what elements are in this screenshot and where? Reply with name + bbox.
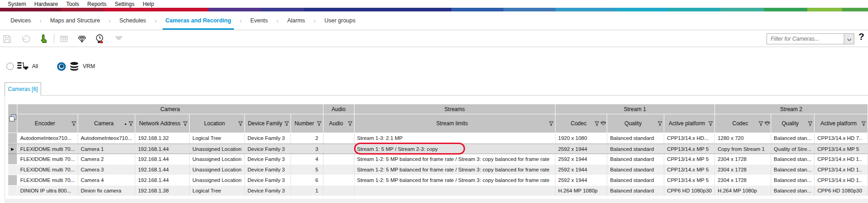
cell-quality-0[interactable]: Balanced standard <box>607 133 664 144</box>
cell-camera-0[interactable]: AutodomeInteox710... <box>78 133 136 144</box>
filter-funnel-icon[interactable] <box>317 121 322 126</box>
radio-button[interactable] <box>57 62 66 71</box>
row-indicator[interactable] <box>8 186 17 196</box>
cell-camera-2[interactable]: Camera 2 <box>78 154 136 165</box>
cell-codec-2[interactable]: 2304 x 1728 <box>715 154 771 165</box>
cell-active-platform-1[interactable]: CPP13/14.x MP 5 <box>664 144 715 154</box>
cell-audio-2[interactable] <box>323 154 355 165</box>
cell-stream-limits-0[interactable]: Stream 1-3: 2.1 MP <box>355 133 556 144</box>
cell-device-family-0[interactable]: Device Family 3 <box>245 133 291 144</box>
mode-option-all[interactable]: All <box>6 61 38 71</box>
cell-camera-4[interactable]: Camera 4 <box>78 175 136 186</box>
cell-encoder-3[interactable]: FLEXIDOME multi 70... <box>17 165 78 175</box>
cell-audio-5[interactable] <box>323 186 355 196</box>
filter-dropdown-button[interactable] <box>844 34 854 44</box>
cell-camera-5[interactable]: Dinion fix camera <box>78 186 136 196</box>
cell-device-family-4[interactable]: Device Family 3 <box>245 175 291 186</box>
cell-number-0[interactable]: 2 <box>291 133 323 144</box>
filter-funnel-icon[interactable] <box>708 121 713 126</box>
menu-item-tools[interactable]: Tools <box>62 1 83 7</box>
radio-button[interactable] <box>6 63 14 70</box>
menu-item-settings[interactable]: Settings <box>111 1 138 7</box>
camera-filter-combobox[interactable] <box>767 33 854 44</box>
cell-quality-5[interactable]: Balanced standard <box>607 186 664 196</box>
commit-hand-button[interactable] <box>37 33 49 45</box>
cell-network-address-0[interactable]: 192.168.1.32 <box>135 133 190 144</box>
column-header-quality-9[interactable]: Quality <box>607 114 664 133</box>
table-row-2[interactable]: FLEXIDOME multi 70...Camera 2192.168.1.4… <box>8 154 868 165</box>
cell-encoder-0[interactable]: AutodomeInteox710... <box>17 133 78 144</box>
cell-number-4[interactable]: 6 <box>291 175 323 186</box>
cell-number-3[interactable]: 5 <box>291 165 323 175</box>
cell-device-family-5[interactable]: Device Family 3 <box>245 186 291 196</box>
column-header-device-family-4[interactable]: Device Family <box>245 114 291 133</box>
cell-location-1[interactable]: Unassigned Location <box>190 144 244 154</box>
cell-quality-1[interactable]: Quality of Stre... <box>771 144 815 154</box>
help-button[interactable]: ? <box>858 31 864 42</box>
session-clock-button[interactable] <box>94 33 106 45</box>
cell-quality-2[interactable]: Balanced stan... <box>771 154 815 165</box>
cell-device-family-3[interactable]: Device Family 3 <box>245 165 291 175</box>
cell-quality-1[interactable]: Balanced standard <box>607 144 664 154</box>
nav-item-maps-and-structure[interactable]: Maps and Structure <box>48 11 103 30</box>
nav-item-user-groups[interactable]: User groups <box>322 11 358 30</box>
cell-encoder-5[interactable]: DINION IP ultra 800... <box>17 186 78 196</box>
cell-codec-5[interactable]: H.264 MP 1080p <box>556 186 608 196</box>
cell-codec-1[interactable]: Copy from Stream 1 <box>715 144 771 154</box>
row-indicator[interactable] <box>8 175 17 186</box>
column-header-location-3[interactable]: Location <box>190 114 244 133</box>
cell-audio-3[interactable] <box>323 165 355 175</box>
menu-item-system[interactable]: System <box>4 1 30 7</box>
horizontal-scroll-area[interactable] <box>5 199 868 203</box>
row-indicator[interactable] <box>8 133 17 144</box>
cell-active-platform-5[interactable]: CPP6 HD 1080p30 <box>664 186 715 196</box>
cell-location-4[interactable]: Unassigned Location <box>190 175 244 186</box>
cell-stream-limits-4[interactable]: Stream 1-2: 5 MP balanced for frame rate… <box>355 175 556 186</box>
table-row-3[interactable]: FLEXIDOME multi 70...Camera 3192.168.1.4… <box>8 165 868 175</box>
nav-item-events[interactable]: Events <box>248 11 270 30</box>
nav-item-devices[interactable]: Devices <box>8 11 33 30</box>
row-indicator[interactable] <box>8 165 17 175</box>
select-all-corner[interactable] <box>8 104 17 133</box>
cell-codec-0[interactable]: 1280 x 720 <box>715 133 771 144</box>
filter-funnel-icon[interactable] <box>238 121 243 126</box>
cell-stream-limits-5[interactable] <box>355 186 556 196</box>
filter-funnel-icon[interactable] <box>758 121 763 126</box>
cell-quality-0[interactable]: Balanced stan... <box>771 133 815 144</box>
cell-active-platform-1[interactable]: CPP13/14.x MP 5 <box>815 144 868 154</box>
cell-codec-2[interactable]: 2592 x 1944 <box>556 154 608 165</box>
cell-active-platform-0[interactable]: CPP13/14.x HD... <box>664 133 715 144</box>
menu-item-help[interactable]: Help <box>138 1 158 7</box>
column-header-active-platform-10[interactable]: Active platform <box>664 114 715 133</box>
row-indicator-selected[interactable]: ▶ <box>8 144 17 154</box>
cell-quality-3[interactable]: Balanced standard <box>607 165 664 175</box>
cell-encoder-4[interactable]: FLEXIDOME multi 70... <box>17 175 78 186</box>
cell-location-3[interactable]: Unassigned Location <box>190 165 244 175</box>
cell-codec-4[interactable]: 2304 x 1728 <box>715 175 771 186</box>
cell-network-address-1[interactable]: 192.168.1.44 <box>135 144 190 154</box>
cell-codec-3[interactable]: 2304 x 1728 <box>715 165 771 175</box>
table-row-1[interactable]: ▶FLEXIDOME multi 70...Camera 1192.168.1.… <box>8 144 868 154</box>
cell-codec-5[interactable]: H.264 MP 1080p <box>715 186 771 196</box>
cell-camera-1[interactable]: Camera 1 <box>78 144 136 154</box>
column-header-audio-6[interactable]: Audio <box>323 114 355 133</box>
cell-quality-3[interactable]: Balanced stan... <box>771 165 815 175</box>
cell-audio-1[interactable] <box>323 144 355 154</box>
column-header-stream-limits-7[interactable]: Stream limits <box>355 114 556 133</box>
cell-number-5[interactable]: 1 <box>291 186 323 196</box>
cell-encoder-1[interactable]: FLEXIDOME multi 70... <box>17 144 78 154</box>
column-header-quality-12[interactable]: Quality <box>771 114 815 133</box>
filter-funnel-icon[interactable] <box>183 121 188 126</box>
column-header-camera-1[interactable]: Camera▲ <box>78 114 136 133</box>
tab-cameras[interactable]: Cameras [6] <box>5 82 41 96</box>
cell-audio-0[interactable] <box>323 133 355 144</box>
filter-funnel-icon[interactable] <box>549 121 554 126</box>
cell-number-2[interactable]: 4 <box>291 154 323 165</box>
cell-encoder-2[interactable]: FLEXIDOME multi 70... <box>17 154 78 165</box>
nav-item-alarms[interactable]: Alarms <box>285 11 308 30</box>
cell-number-1[interactable]: 3 <box>291 144 323 154</box>
cell-active-platform-0[interactable]: CPP13/14.x HD 7.. <box>815 133 868 144</box>
column-header-active-platform-13[interactable]: Active platform <box>815 114 868 133</box>
filter-funnel-icon[interactable] <box>594 121 599 126</box>
cell-codec-1[interactable]: 2592 x 1944 <box>556 144 608 154</box>
